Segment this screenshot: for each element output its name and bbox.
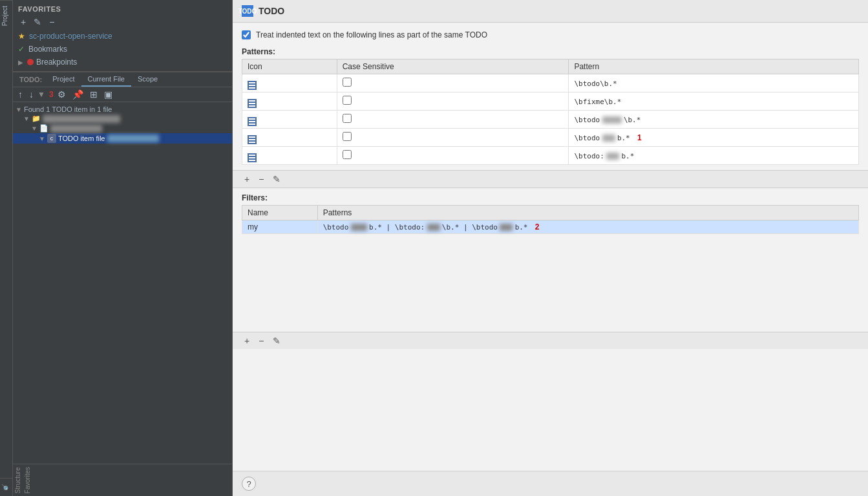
icon-line [249,124,255,125]
icon-line [249,82,255,83]
todo-file-item[interactable]: ▼ 📄 [13,124,232,133]
panel-title: TODO [259,6,284,16]
todo-layout-button[interactable]: ▣ [101,89,115,100]
todo-code-item[interactable]: ▼ c TODO item file [13,133,232,144]
sidebar-item-sc-product[interactable]: ★ sc-product-open-service [13,30,232,43]
icon-line [249,85,255,86]
footer-bar: ? [233,471,868,496]
icon-lines-0 [249,82,255,89]
side-labels-area: Structure Favorites [13,464,232,496]
right-panel: TODO TODO Treat indented text on the fol… [233,0,868,496]
icon-line [249,136,255,138]
case-sensitive-check-1[interactable] [343,96,352,105]
edit-favorite-button[interactable]: ✎ [31,16,44,28]
filter-patterns-cell-0: \btodo b.* | \btodo: \b.* | \btodo b.* 2 [317,221,858,234]
tab-scope[interactable]: Scope [131,72,164,87]
filters-toolbar: + − ✎ [233,332,868,349]
pattern-value-1: \bfixme\b.* [574,98,621,106]
pattern-icon-cell-1 [242,92,337,111]
pattern-blurred-2 [602,116,622,124]
pattern-blurred-3 [602,135,615,142]
case-sensitive-check-0[interactable] [343,78,352,87]
todo-down-button[interactable]: ↓ [26,89,36,100]
pattern-text-cell-4: \btodo: b.* [569,147,859,165]
case-sensitive-check-4[interactable] [343,150,352,159]
todo-up-button[interactable]: ↑ [16,89,25,100]
icon-line [249,118,255,120]
pattern-value-0: \btodo\b.* [574,80,617,88]
edit-filter-button[interactable]: ✎ [270,335,283,347]
sidebar-item-bookmarks[interactable]: ✓ Bookmarks [13,43,232,56]
pattern-value-3b: b.* [617,134,630,142]
add-pattern-button[interactable]: + [242,173,252,185]
icon-lines-2 [249,118,255,125]
todo-found-text: Found 1 TODO item in 1 file [24,105,112,113]
col-pattern: Pattern [569,59,859,74]
sidebar-item-label: sc-product-open-service [29,32,112,41]
edit-pattern-button[interactable]: ✎ [270,173,283,185]
icon-line [249,100,255,102]
todo-file-name [50,125,102,133]
check-icon: ✓ [18,45,25,54]
pattern-row-0[interactable]: \btodo\b.* [242,74,859,92]
pattern-icon-cell-0 [242,74,337,92]
todo-grid-button[interactable]: ⊞ [87,89,100,100]
icon-line [249,105,255,107]
todo-tabs: TODO: Project Current File Scope [13,72,232,87]
help-button[interactable]: ? [242,477,256,491]
pattern-icon-cell-2 [242,111,337,129]
todo-settings-button[interactable]: ⚙ [55,89,69,100]
favorites-section: Favorites + ✎ − ★ sc-product-open-servic… [13,0,232,72]
todo-item-label: TODO item file [58,135,105,142]
pattern-text-cell-2: \btodo \b.* [569,111,859,129]
pattern-case-cell-0 [337,74,569,92]
pattern-doc-icon-4 [248,153,257,162]
sidebar-item-breakpoints[interactable]: ▶ Breakpoints [13,56,232,69]
remove-favorite-button[interactable]: − [47,16,57,28]
todo-pin-button[interactable]: 📌 [70,89,86,100]
filters-section: Name Patterns my \btodo b.* | \btodo: \b… [233,205,868,332]
todo-found-item[interactable]: ▼ Found 1 TODO item in 1 file [13,105,232,114]
pattern-blurred-4 [606,153,619,160]
project-tab[interactable]: Project [0,0,12,31]
sidebar-bookmarks-label: Bookmarks [28,45,67,54]
pattern-row-2[interactable]: \btodo \b.* [242,111,859,129]
case-sensitive-check-2[interactable] [343,114,352,123]
star-icon: ★ [18,32,25,41]
tab-current-file[interactable]: Current File [81,72,131,87]
pattern-doc-icon-0 [248,81,257,90]
todo-folder-item[interactable]: ▼ 📁 [13,114,232,124]
pattern-row-1[interactable]: \bfixme\b.* [242,92,859,111]
filter-blurred-0c [500,224,513,231]
pattern-value-2a: \btodo [574,116,600,124]
pattern-case-cell-1 [337,92,569,111]
case-sensitive-check-3[interactable] [343,132,352,141]
sidebar-breakpoints-label: Breakpoints [36,58,77,67]
filter-row-0[interactable]: my \btodo b.* | \btodo: \b.* | \btodo b.… [242,221,859,234]
favorites-bottom-label[interactable]: Favorites [23,464,32,496]
filter-pattern-0c: \b.* | \btodo [442,223,498,232]
treat-indented-checkbox[interactable] [242,30,251,39]
pattern-case-cell-3 [337,129,569,147]
icon-line [249,157,255,158]
collapse-arrow-icon: ▼ [16,106,22,113]
pattern-row-3[interactable]: \btodo b.* 1 [242,129,859,147]
icon-line [249,103,255,104]
remove-pattern-button[interactable]: − [256,173,266,185]
add-filter-button[interactable]: + [242,335,252,347]
pattern-icon-cell-4 [242,147,337,165]
add-favorite-button[interactable]: + [18,16,28,28]
red-dot-icon [27,59,34,65]
db-browser-tab[interactable]: 🔍 [0,478,12,496]
todo-folder-name [43,115,120,123]
pattern-row-4[interactable]: \btodo: b.* [242,147,859,165]
empty-space [233,349,868,471]
filter-col-patterns: Patterns [317,206,858,221]
structure-label[interactable]: Structure [13,464,23,496]
pattern-value-2b: \b.* [624,116,641,124]
filter-col-name: Name [242,206,318,221]
favorites-toolbar: + ✎ − [13,14,232,30]
tab-project[interactable]: Project [46,72,81,87]
remove-filter-button[interactable]: − [256,335,266,347]
pattern-value-4a: \btodo: [574,152,604,160]
